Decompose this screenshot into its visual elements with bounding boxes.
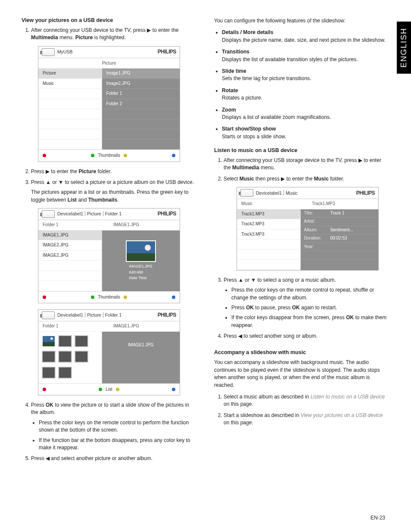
accompany-intro: You can accompany a slideshow with backg… — [214, 359, 389, 389]
ui-right-pane: Image1.JPG Image2.JPG Folder 1 Folder 2 — [102, 68, 180, 149]
list-item: Image1.JPG — [102, 68, 180, 79]
right-column: You can configure the following features… — [214, 17, 389, 466]
list-item: Picture — [38, 68, 102, 79]
list-item: Track2.MP3 — [237, 219, 300, 230]
ui-footer-bar: Thumbnails — [38, 149, 180, 162]
view-step-3: Press ▲ or ▼ to select a picture or a pi… — [31, 179, 197, 395]
down-arrow-icon: ▼ — [251, 277, 256, 283]
list-item: Image2.JPG — [102, 79, 180, 89]
list-item: IMAGE2.JPG — [38, 240, 102, 251]
language-tab: ENGLISH — [397, 22, 411, 74]
down-arrow-icon: ▼ — [58, 179, 63, 185]
usb-icon — [42, 210, 55, 218]
thumbnail — [58, 367, 72, 379]
list-item: Track3.MP3 — [237, 230, 300, 240]
thumbnail — [58, 351, 72, 363]
left-column: View your pictures on a USB device After… — [22, 17, 197, 466]
list-item: Music — [38, 79, 102, 89]
listen-step-4: Press ◀ to select another song or album. — [224, 333, 389, 340]
view-step-5: Press ◀ and select another picture or an… — [31, 455, 197, 462]
blue-dot-icon — [172, 154, 175, 157]
heading-view-pictures: View your pictures on a USB device — [22, 17, 197, 23]
thumbnail — [42, 367, 56, 379]
listen-step-3: Press ▲ or ▼ to select a song or a music… — [224, 277, 389, 329]
list-item: Folder 1 — [102, 89, 180, 99]
usb-icon — [240, 189, 253, 197]
listen-steps-list: After connecting your USB storage device… — [214, 157, 389, 340]
ui-footer-bar: Thumbnails — [38, 291, 180, 303]
breadcrumb: MyUSB — [57, 49, 75, 55]
yellow-dot-icon — [124, 296, 127, 299]
feature-details: Details / More detailsDisplays the pictu… — [222, 29, 389, 44]
thumbnail — [75, 335, 88, 347]
red-dot-icon — [43, 154, 46, 157]
right-arrow-icon: ▶ — [46, 168, 50, 174]
listen-sub-1: Press the color keys on the remote contr… — [231, 286, 389, 302]
accompany-step-2: Start a slideshow as described in View y… — [224, 412, 389, 427]
page-number: EN-23 — [371, 515, 385, 521]
slideshow-features-list: Details / More detailsDisplays the pictu… — [214, 29, 389, 140]
thumbnail — [42, 335, 56, 347]
list-item: Folder 2 — [102, 99, 180, 109]
breadcrumb: Devicelabel1PictureFolder 1 — [57, 312, 123, 318]
usb-icon — [42, 311, 55, 319]
thumbnail — [75, 351, 88, 363]
blue-dot-icon — [172, 296, 175, 299]
list-item: Track1.MP3 — [237, 209, 300, 220]
yellow-dot-icon — [124, 154, 127, 157]
heading-listen-music: Listen to music on a USB device — [214, 147, 389, 153]
yellow-dot-icon — [116, 388, 119, 391]
ui-metadata-pane: Title:Track 1 Artist: Album:Sentiment...… — [301, 209, 378, 270]
ui-music-screenshot: Devicelabel1Music PHILIPS Music Track1.M… — [237, 187, 379, 271]
thumbnail — [42, 351, 56, 363]
ui-folder-list-screenshot: Devicelabel1PictureFolder 1 PHILIPS Fold… — [38, 208, 180, 303]
listen-step-1: After connecting your USB storage device… — [224, 157, 389, 172]
feature-slide-time: Slide timeSets the time lag for picture … — [222, 68, 389, 83]
preview-image — [126, 240, 156, 262]
view-step-4: Press OK to view the picture or to start… — [31, 401, 197, 451]
view-step-2: Press ▶ to enter the Picture folder. — [31, 168, 197, 175]
accompany-step-1: Select a music album as described in Lis… — [224, 393, 389, 408]
usb-icon — [42, 48, 55, 56]
feature-start-stop: Start show/Stop showStarts or stops a sl… — [222, 125, 389, 140]
ui-preview-pane: IMAGE1.JPG — [102, 332, 180, 383]
breadcrumb: Devicelabel1PictureFolder 1 — [57, 211, 123, 217]
philips-logo: PHILIPS — [158, 48, 176, 56]
page-columns: View your pictures on a USB device After… — [22, 17, 389, 466]
up-arrow-icon: ▲ — [238, 277, 243, 283]
feature-zoom: ZoomDisplays a list of available zoom ma… — [222, 106, 389, 121]
listen-sub-3: If the color keys disappear from the scr… — [231, 314, 389, 329]
red-dot-icon — [43, 296, 46, 299]
ui-left-pane: IMAGE1.JPG IMAGE2.JPG IMAGE2.JPG — [38, 230, 102, 291]
list-item: IMAGE2.JPG — [38, 251, 102, 261]
philips-logo: PHILIPS — [158, 311, 176, 319]
breadcrumb: Devicelabel1Music — [256, 190, 299, 196]
ui-preview-pane: IMAGE1.JPG 640:480 Date Time — [102, 230, 180, 291]
thumbnail — [58, 335, 72, 347]
thumbnail-grid — [38, 332, 102, 383]
philips-logo: PHILIPS — [356, 190, 375, 197]
green-dot-icon — [91, 296, 94, 299]
red-dot-icon — [43, 388, 46, 391]
feature-rotate: RotateRotates a picture. — [222, 87, 389, 102]
heading-accompany: Accompany a slideshow with music — [214, 349, 389, 355]
right-arrow-icon: ▶ — [358, 157, 362, 163]
view-step-4-sub2: If the function bar at the bottom disapp… — [39, 437, 197, 452]
ui-left-pane: Track1.MP3 Track2.MP3 Track3.MP3 — [237, 209, 301, 270]
slideshow-intro: You can configure the following features… — [214, 17, 389, 25]
philips-logo: PHILIPS — [158, 210, 176, 218]
view-steps-list: After connecting your USB device to the … — [22, 27, 197, 463]
green-dot-icon — [91, 154, 94, 157]
view-step-4-sub1: Press the color keys on the remote contr… — [39, 419, 197, 434]
accompany-steps-list: Select a music album as described in Lis… — [214, 393, 389, 427]
left-arrow-icon: ◀ — [238, 333, 242, 339]
listen-step-2: Select Music then press ▶ to enter the M… — [224, 175, 389, 271]
blue-dot-icon — [172, 388, 175, 391]
list-item: IMAGE1.JPG — [38, 230, 102, 241]
ui-footer-bar: List — [38, 383, 180, 395]
feature-transitions: TransitionsDisplays the list of availabl… — [222, 48, 389, 63]
ui-folder-thumbnails-screenshot: Devicelabel1PictureFolder 1 PHILIPS Fold… — [38, 309, 180, 395]
listen-sub-2: Press OK to pause, press OK again to res… — [231, 304, 389, 311]
ui-myusb-screenshot: MyUSB PHILIPS Picture Picture Music — [38, 46, 180, 162]
ui-left-pane: Picture Music — [38, 68, 102, 149]
